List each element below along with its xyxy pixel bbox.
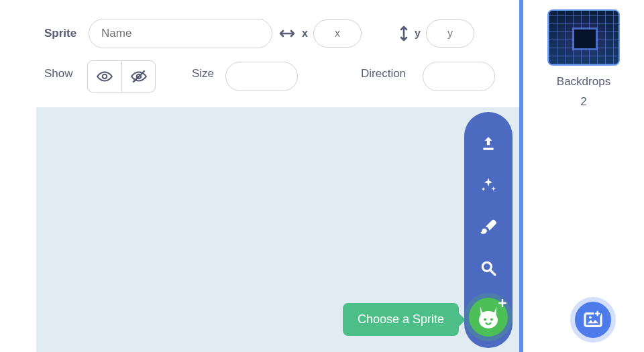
visibility-toggle — [87, 60, 156, 93]
sprite-x-input[interactable] — [313, 19, 362, 48]
sprite-direction-input[interactable] — [423, 62, 495, 91]
show-sprite-button[interactable] — [88, 61, 121, 92]
horizontal-arrows-icon — [278, 28, 297, 39]
search-icon — [480, 259, 497, 277]
backdrop-thumbnail[interactable] — [547, 9, 620, 66]
eye-icon — [96, 68, 113, 85]
search-sprite-button[interactable] — [474, 254, 502, 282]
y-label: y — [415, 27, 421, 40]
eye-off-icon — [130, 68, 148, 85]
sprite-name-input[interactable] — [89, 19, 272, 48]
hide-sprite-button[interactable] — [121, 61, 155, 92]
paintbrush-icon — [480, 218, 497, 235]
show-label: Show — [44, 67, 73, 80]
backdrops-label: Backdrops — [557, 75, 610, 89]
choose-sprite-tooltip: Choose a Sprite — [343, 303, 459, 336]
choose-sprite-button[interactable] — [464, 293, 513, 341]
backdrops-count: 2 — [580, 95, 586, 109]
sprite-y-input[interactable] — [426, 19, 474, 48]
svg-point-8 — [589, 316, 592, 319]
svg-point-5 — [484, 318, 486, 321]
svg-point-6 — [490, 318, 493, 321]
sprite-label: Sprite — [44, 27, 76, 40]
sparkle-icon — [480, 176, 497, 194]
stage-selector-panel: Backdrops 2 — [519, 0, 644, 352]
upload-sprite-button[interactable] — [474, 129, 502, 158]
sprite-size-input[interactable] — [225, 62, 298, 91]
sprite-info-panel: Sprite x y Show — [36, 0, 519, 107]
vertical-arrows-icon — [398, 24, 409, 43]
sprite-list-area: Choose a Sprite — [36, 107, 519, 352]
plus-badge-icon — [498, 299, 506, 307]
svg-point-0 — [103, 74, 107, 79]
sprite-add-menu — [464, 112, 513, 348]
svg-line-4 — [490, 270, 495, 275]
x-label: x — [302, 27, 308, 40]
paint-sprite-button[interactable] — [474, 213, 502, 241]
cat-icon — [474, 303, 502, 331]
choose-backdrop-button[interactable] — [570, 297, 616, 343]
surprise-sprite-button[interactable] — [474, 171, 502, 199]
upload-icon — [480, 135, 497, 152]
direction-label: Direction — [361, 67, 406, 80]
image-plus-icon — [582, 309, 604, 331]
size-label: Size — [192, 67, 214, 80]
